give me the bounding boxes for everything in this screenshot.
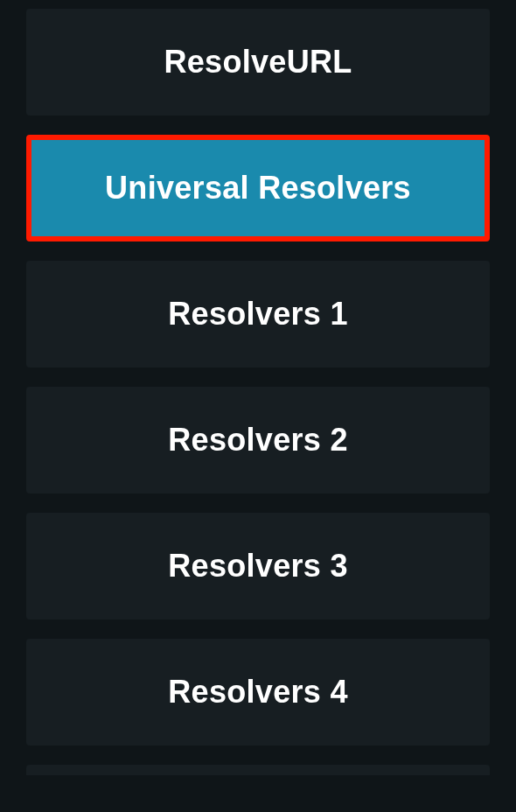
menu-item-partial[interactable] xyxy=(26,765,490,775)
menu-item-resolvers-3[interactable]: Resolvers 3 xyxy=(26,513,490,620)
menu-item-label: Resolvers 3 xyxy=(168,548,347,584)
menu-item-label: Resolvers 1 xyxy=(168,296,347,332)
menu-item-universal-resolvers[interactable]: Universal Resolvers xyxy=(26,135,490,242)
menu-item-resolvers-2[interactable]: Resolvers 2 xyxy=(26,387,490,494)
menu-list: ResolveURL Universal Resolvers Resolvers… xyxy=(26,9,490,775)
menu-item-label: Resolvers 2 xyxy=(168,422,347,458)
menu-item-resolveurl[interactable]: ResolveURL xyxy=(26,9,490,116)
menu-item-resolvers-4[interactable]: Resolvers 4 xyxy=(26,639,490,746)
menu-item-label: ResolveURL xyxy=(164,44,352,80)
menu-item-resolvers-1[interactable]: Resolvers 1 xyxy=(26,261,490,368)
menu-item-label: Resolvers 4 xyxy=(168,674,347,710)
menu-item-label: Universal Resolvers xyxy=(105,170,411,206)
